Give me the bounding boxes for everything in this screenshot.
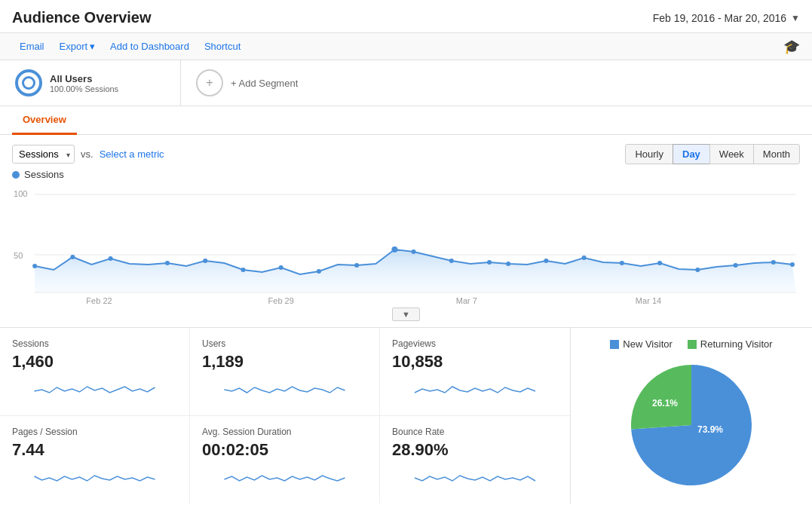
svg-point-10	[241, 268, 245, 272]
pie-chart: 73.9% 26.1%	[624, 357, 759, 493]
returning-visitor-percent-label: 26.1%	[652, 398, 678, 408]
stat-sessions-label: Sessions	[12, 338, 177, 349]
new-visitor-color	[610, 340, 619, 349]
chart-svg-wrap: 100 50	[12, 183, 800, 306]
svg-text:Mar 7: Mar 7	[456, 296, 477, 304]
chart-controls: Sessions ▾ vs. Select a metric Hourly Da…	[12, 144, 800, 164]
sessions-chart: 100 50	[12, 183, 800, 304]
shortcut-button[interactable]: Shortcut	[197, 38, 248, 55]
svg-text:100: 100	[14, 189, 27, 198]
help-icon-area: 🎓	[783, 38, 800, 55]
sparkline-pageviews	[392, 376, 558, 397]
returning-visitor-color	[688, 340, 697, 349]
svg-point-13	[354, 263, 359, 268]
stat-pageviews-value: 10,858	[392, 352, 558, 372]
date-range-selector[interactable]: Feb 19, 2016 - Mar 20, 2016 ▼	[653, 12, 800, 24]
svg-text:Mar 14: Mar 14	[636, 296, 661, 304]
select-metric-link[interactable]: Select a metric	[100, 148, 164, 160]
sessions-legend-dot	[12, 171, 20, 179]
chart-bottom: ▼	[12, 308, 800, 321]
svg-point-6	[70, 255, 75, 259]
month-button[interactable]: Month	[753, 144, 800, 164]
pie-legend: New Visitor Returning Visitor	[610, 338, 772, 350]
stat-bounce-rate-value: 28.90%	[392, 440, 558, 460]
sparkline-avg-duration	[202, 464, 367, 485]
new-visitor-legend: New Visitor	[610, 338, 673, 350]
svg-point-16	[449, 259, 454, 263]
date-range-text: Feb 19, 2016 - Mar 20, 2016	[653, 12, 786, 24]
segment-inner-circle	[22, 76, 35, 90]
export-button[interactable]: Export ▾	[52, 38, 103, 55]
stat-pages-session: Pages / Session 7.44	[0, 416, 190, 504]
segment-name: All Users	[50, 73, 118, 84]
svg-point-5	[32, 264, 37, 268]
svg-point-7	[109, 256, 113, 261]
add-segment-button[interactable]: + + Add Segment	[181, 60, 313, 106]
stat-bounce-rate-label: Bounce Rate	[392, 427, 558, 437]
segment-sub: 100.00% Sessions	[50, 84, 118, 93]
svg-point-23	[695, 268, 700, 272]
stats-section: Sessions 1,460 Users 1,189 Pageviews 10,…	[0, 327, 812, 503]
stats-right: New Visitor Returning Visitor	[571, 328, 812, 503]
add-to-dashboard-button[interactable]: Add to Dashboard	[103, 38, 197, 55]
svg-point-19	[544, 259, 548, 263]
stat-pageviews: Pageviews 10,858	[380, 328, 570, 416]
new-visitor-percent-label: 73.9%	[697, 424, 723, 435]
vs-text: vs.	[81, 148, 93, 160]
metric-selector: Sessions ▾ vs. Select a metric	[12, 145, 164, 164]
add-segment-label: + Add Segment	[231, 78, 298, 89]
chevron-down-icon: ▼	[791, 13, 800, 23]
toolbar: Email Export ▾ Add to Dashboard Shortcut…	[0, 33, 812, 60]
svg-point-8	[165, 261, 170, 265]
returning-visitor-legend: Returning Visitor	[688, 338, 773, 350]
sessions-dropdown[interactable]: Sessions	[12, 145, 75, 164]
segment-info: All Users 100.00% Sessions	[50, 73, 118, 93]
sparkline-users	[202, 376, 367, 397]
stat-users: Users 1,189	[190, 328, 380, 416]
svg-point-17	[487, 260, 492, 265]
sessions-legend: Sessions	[12, 169, 800, 180]
svg-point-12	[317, 269, 321, 274]
segment-circle	[15, 69, 42, 96]
stat-sessions: Sessions 1,460	[0, 328, 190, 416]
collapse-button[interactable]: ▼	[392, 308, 420, 321]
stat-avg-duration-label: Avg. Session Duration	[202, 427, 367, 437]
svg-point-14	[391, 246, 397, 252]
export-label: Export	[60, 41, 88, 52]
stat-pageviews-label: Pageviews	[392, 338, 558, 349]
stat-avg-duration-value: 00:02:05	[202, 440, 367, 460]
stat-users-label: Users	[202, 338, 367, 349]
day-button[interactable]: Day	[673, 144, 710, 164]
returning-visitor-label: Returning Visitor	[700, 338, 773, 350]
segments-bar: All Users 100.00% Sessions + + Add Segme…	[0, 60, 812, 106]
returning-visitor-slice	[631, 365, 691, 430]
svg-text:Feb 22: Feb 22	[86, 296, 112, 304]
export-dropdown-icon: ▾	[90, 41, 95, 52]
svg-text:Feb 29: Feb 29	[268, 296, 294, 304]
week-button[interactable]: Week	[709, 144, 754, 164]
hourly-button[interactable]: Hourly	[625, 144, 673, 164]
email-button[interactable]: Email	[12, 38, 52, 55]
svg-point-26	[790, 262, 795, 267]
tab-overview[interactable]: Overview	[12, 106, 77, 135]
stat-users-value: 1,189	[202, 352, 367, 372]
all-users-segment: All Users 100.00% Sessions	[0, 60, 181, 106]
svg-point-20	[582, 256, 587, 260]
sparkline-bounce-rate	[392, 464, 558, 485]
graduation-cap-icon: 🎓	[783, 39, 800, 54]
tabs-bar: Overview	[0, 106, 812, 135]
pie-svg: 73.9% 26.1%	[624, 357, 759, 493]
sessions-dropdown-wrap[interactable]: Sessions ▾	[12, 145, 75, 164]
new-visitor-label: New Visitor	[623, 338, 673, 350]
top-header: Audience Overview Feb 19, 2016 - Mar 20,…	[0, 0, 812, 33]
time-buttons: Hourly Day Week Month	[626, 144, 800, 164]
stat-sessions-value: 1,460	[12, 352, 177, 372]
svg-point-9	[203, 259, 207, 263]
svg-point-22	[657, 261, 662, 265]
svg-point-15	[412, 249, 416, 254]
sparkline-sessions	[12, 376, 177, 397]
svg-point-18	[506, 262, 510, 266]
svg-point-21	[620, 261, 624, 265]
svg-point-11	[279, 265, 283, 270]
stat-avg-duration: Avg. Session Duration 00:02:05	[190, 416, 380, 504]
